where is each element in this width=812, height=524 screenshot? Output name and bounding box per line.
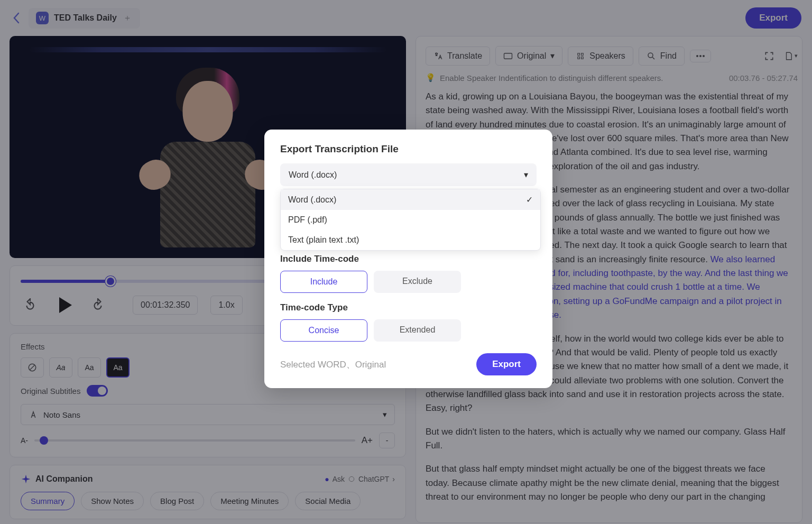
- export-modal: Export Transcription File Word (.docx) ▾…: [264, 130, 552, 388]
- chevron-down-icon: ▾: [524, 170, 528, 180]
- timecode-type-label: Time-code Type: [280, 302, 537, 313]
- check-icon: ✓: [526, 195, 533, 205]
- type-toggle-group: Concise Extended: [280, 319, 537, 342]
- include-toggle-group: Include Exclude: [280, 271, 537, 293]
- include-button[interactable]: Include: [280, 271, 367, 293]
- format-select[interactable]: Word (.docx) ▾ Word (.docx) ✓ PDF (.pdf)…: [280, 163, 537, 186]
- format-dropdown: Word (.docx) ✓ PDF (.pdf) Text (plain te…: [280, 189, 541, 251]
- option-word[interactable]: Word (.docx) ✓: [281, 189, 540, 210]
- extended-button[interactable]: Extended: [374, 319, 461, 342]
- export-confirm-button[interactable]: Export: [476, 353, 537, 375]
- concise-button[interactable]: Concise: [280, 319, 367, 342]
- option-txt[interactable]: Text (plain text .txt): [281, 230, 540, 250]
- include-timecode-label: Include Time-code: [280, 254, 537, 264]
- modal-footer: Selected WORD、Original Export: [280, 353, 537, 375]
- option-pdf[interactable]: PDF (.pdf): [281, 210, 540, 230]
- selected-summary: Selected WORD、Original: [280, 358, 386, 371]
- modal-title: Export Transcription File: [280, 143, 537, 155]
- exclude-button[interactable]: Exclude: [374, 271, 461, 293]
